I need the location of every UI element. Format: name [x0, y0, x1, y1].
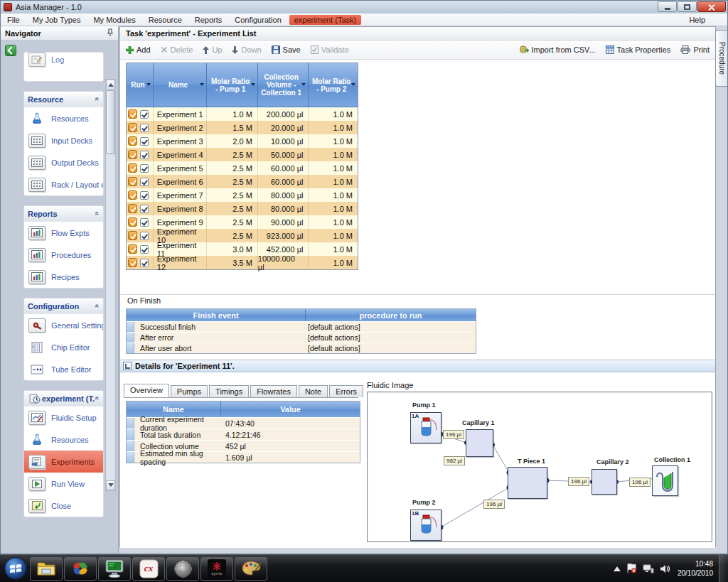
nav-group-header-configuration[interactable]: Configuration «: [24, 298, 103, 314]
tab-pumps[interactable]: Pumps: [171, 385, 208, 397]
table-row[interactable]: Experiment 3 2.0 M 10.000 µl 1.0 M: [127, 134, 358, 148]
sidebar-item-resources-task[interactable]: Resources: [24, 429, 103, 451]
nav-group-header-resource[interactable]: Resource «: [24, 92, 103, 107]
taskbar-paint-button[interactable]: [235, 557, 267, 581]
sidebar-item-experiments[interactable]: Experiments: [24, 451, 103, 473]
on-finish-row[interactable]: Successful finish [default actions]: [127, 321, 476, 332]
table-row[interactable]: Experiment 4 2.5 M 50.000 µl 1.0 M: [127, 148, 358, 161]
column-header-molar-ratio-pump2[interactable]: Molar Ratio - Pump 2: [309, 63, 358, 107]
nav-group-header-experiment[interactable]: experiment (T... «: [24, 391, 103, 406]
sidebar-item-procedures[interactable]: Procedures: [24, 244, 103, 266]
collapse-chevron-icon[interactable]: «: [94, 304, 102, 308]
fluidic-node-capillary1[interactable]: [466, 429, 493, 457]
validate-button[interactable]: Validate: [311, 45, 349, 54]
fluidic-node-pump2[interactable]: 1B: [410, 510, 441, 541]
sidebar-item-log[interactable]: Log: [24, 52, 103, 70]
run-checkbox[interactable]: [140, 245, 149, 254]
show-desktop-button[interactable]: [719, 555, 728, 582]
on-finish-row[interactable]: After error [default actions]: [127, 332, 476, 343]
column-header-name[interactable]: Name: [154, 63, 208, 107]
column-header-run[interactable]: Run: [127, 63, 154, 107]
fluidic-node-tpiece1[interactable]: [508, 467, 547, 499]
taskbar-syrris-button[interactable]: syrris: [200, 557, 233, 581]
collapse-details-icon[interactable]: [123, 362, 132, 370]
minimize-button[interactable]: [658, 1, 677, 12]
navigator-scrollbar[interactable]: [105, 79, 116, 491]
table-row[interactable]: Experiment 6 2.5 M 60.000 µl 1.0 M: [127, 175, 358, 188]
details-row[interactable]: Total task duration 4.12:21:46: [127, 429, 360, 440]
run-checkbox[interactable]: [140, 205, 149, 213]
column-header-procedure-to-run[interactable]: procedure to run: [306, 309, 476, 321]
up-button[interactable]: Up: [203, 45, 222, 54]
sidebar-item-run-view[interactable]: Run View: [24, 473, 103, 495]
down-button[interactable]: Down: [232, 45, 261, 54]
run-checkbox[interactable]: [140, 124, 149, 132]
column-header-molar-ratio-pump1[interactable]: Molar Ratio - Pump 1: [207, 63, 258, 107]
taskbar-explorer-button[interactable]: [30, 557, 63, 581]
table-row[interactable]: Experiment 2 1.5 M 20.000 µl 1.0 M: [127, 121, 358, 134]
collapse-chevron-icon[interactable]: «: [94, 212, 102, 216]
collapse-chevron-icon[interactable]: «: [94, 97, 102, 102]
sidebar-item-close[interactable]: Close: [24, 495, 103, 517]
sidebar-item-output-decks[interactable]: Output Decks: [24, 151, 103, 173]
menu-item-my-modules[interactable]: My Modules: [87, 15, 141, 25]
start-button[interactable]: [2, 555, 29, 582]
tab-flowrates[interactable]: Flowrates: [250, 385, 297, 397]
column-header-finish-event[interactable]: Finish event: [127, 309, 306, 321]
sidebar-item-input-decks[interactable]: Input Decks: [24, 129, 103, 151]
pin-icon[interactable]: [107, 28, 114, 38]
taskbar-app-pinwheel-button[interactable]: [64, 557, 97, 581]
add-button[interactable]: Add: [126, 45, 151, 54]
run-checkbox[interactable]: [140, 232, 149, 240]
back-button[interactable]: [5, 45, 16, 56]
details-row[interactable]: Estimated min slug spacing 1.609 µl: [127, 451, 360, 463]
run-checkbox[interactable]: [140, 164, 149, 173]
nav-group-header-reports[interactable]: Reports «: [24, 206, 103, 222]
scroll-up-arrow[interactable]: [106, 80, 115, 90]
tab-note[interactable]: Note: [299, 385, 328, 397]
menu-item-experiment-task[interactable]: experiment (Task): [289, 15, 361, 25]
tab-overview[interactable]: Overview: [124, 384, 169, 397]
sidebar-item-recipes[interactable]: Recipes: [24, 266, 103, 288]
menu-item-file[interactable]: File: [1, 15, 26, 25]
scrollbar-thumb[interactable]: [106, 90, 115, 154]
column-header-value[interactable]: Value: [221, 402, 360, 417]
run-checkbox[interactable]: [140, 110, 149, 119]
save-button[interactable]: Save: [272, 45, 301, 54]
volume-icon[interactable]: [660, 564, 670, 573]
task-properties-button[interactable]: Task Properties: [606, 45, 671, 54]
collapse-chevron-icon[interactable]: «: [94, 397, 102, 401]
sidebar-item-rack-layout-editor[interactable]: Rack / Layout edi...: [24, 173, 103, 195]
procedure-tab[interactable]: Procedure: [715, 30, 727, 87]
table-row[interactable]: Experiment 1 1.0 M 200.000 µl 1.0 M: [127, 107, 358, 121]
menu-item-reports[interactable]: Reports: [188, 15, 229, 25]
sidebar-item-tube-editor[interactable]: Tube Editor: [24, 358, 103, 380]
details-header-bar[interactable]: Details for 'Experiment 11'.: [120, 360, 715, 372]
import-csv-button[interactable]: Import from CSV...: [520, 45, 596, 54]
tab-errors[interactable]: Errors: [329, 385, 363, 397]
run-checkbox[interactable]: [140, 259, 149, 267]
table-row[interactable]: Experiment 8 2.5 M 80.000 µl 1.0 M: [127, 202, 358, 215]
table-row[interactable]: Experiment 12 3.5 M 10000.000 µl 1.0 M: [127, 256, 358, 269]
details-row[interactable]: Current experiment duration 07:43:40: [127, 417, 360, 429]
delete-button[interactable]: Delete: [161, 45, 193, 54]
taskbar-console-button[interactable]: [98, 557, 131, 581]
fluidic-node-pump1[interactable]: 1A: [410, 412, 441, 443]
taskbar-globe-button[interactable]: [166, 557, 199, 581]
close-button[interactable]: [697, 1, 726, 12]
run-checkbox[interactable]: [140, 218, 149, 227]
scroll-down-arrow[interactable]: [106, 480, 115, 490]
action-center-icon[interactable]: [626, 564, 637, 573]
tab-timings[interactable]: Timings: [209, 385, 249, 397]
clock[interactable]: 10:48 20/10/2010: [678, 559, 713, 578]
run-checkbox[interactable]: [140, 137, 149, 146]
sidebar-item-resources[interactable]: Resources: [24, 107, 103, 129]
run-checkbox[interactable]: [140, 191, 149, 200]
menu-item-help[interactable]: Help: [682, 15, 712, 25]
fluidic-node-capillary2[interactable]: [592, 469, 617, 495]
maximize-button[interactable]: [678, 1, 697, 12]
table-row[interactable]: Experiment 5 2.5 M 60.000 µl 1.0 M: [127, 161, 358, 175]
column-header-collection-volume[interactable]: Collection Volume - Collection 1: [258, 63, 309, 107]
run-checkbox[interactable]: [140, 178, 149, 186]
taskbar-cx-app-button[interactable]: cx: [132, 557, 165, 581]
